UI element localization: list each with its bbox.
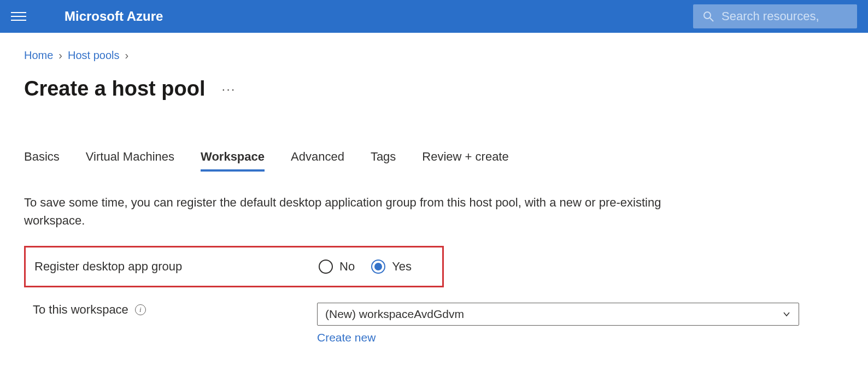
workspace-description: To save some time, you can register the … <box>24 193 669 229</box>
page-title: Create a host pool <box>24 77 206 101</box>
content-area: Home › Host pools › Create a host pool ·… <box>0 33 868 361</box>
tab-advanced[interactable]: Advanced <box>291 150 344 172</box>
register-radio-group: No Yes <box>319 260 412 274</box>
to-workspace-row: To this workspace i (New) workspaceAvdGd… <box>24 303 844 344</box>
radio-circle-selected-icon <box>371 260 385 274</box>
radio-dot-icon <box>374 263 382 270</box>
tab-tags[interactable]: Tags <box>371 150 396 172</box>
tab-virtual-machines[interactable]: Virtual Machines <box>86 150 174 172</box>
tab-workspace[interactable]: Workspace <box>201 150 265 172</box>
breadcrumb: Home › Host pools › <box>24 49 844 62</box>
hamburger-menu-button[interactable] <box>11 9 26 24</box>
page-title-row: Create a host pool ··· <box>24 77 844 101</box>
breadcrumb-home[interactable]: Home <box>24 49 53 62</box>
radio-no[interactable]: No <box>319 260 355 274</box>
workspace-select-value: (New) workspaceAvdGdvm <box>325 308 464 321</box>
radio-yes-label: Yes <box>392 260 412 274</box>
chevron-right-icon: › <box>58 49 62 62</box>
chevron-down-icon <box>782 310 791 319</box>
radio-yes[interactable]: Yes <box>371 260 412 274</box>
register-app-group-row: Register desktop app group No Yes <box>24 246 444 287</box>
brand-label: Microsoft Azure <box>64 9 163 24</box>
search-icon <box>703 11 714 22</box>
tab-basics[interactable]: Basics <box>24 150 60 172</box>
chevron-right-icon: › <box>125 49 129 62</box>
radio-circle-icon <box>319 260 333 274</box>
svg-line-1 <box>710 18 713 21</box>
register-label: Register desktop app group <box>34 260 319 274</box>
breadcrumb-hostpools[interactable]: Host pools <box>68 49 120 62</box>
radio-no-label: No <box>339 260 355 274</box>
info-icon[interactable]: i <box>135 304 146 315</box>
workspace-select[interactable]: (New) workspaceAvdGdvm <box>317 303 799 326</box>
to-workspace-label-text: To this workspace <box>33 303 128 317</box>
svg-point-0 <box>704 12 711 19</box>
more-actions-button[interactable]: ··· <box>222 81 236 97</box>
tab-review-create[interactable]: Review + create <box>422 150 508 172</box>
create-new-link[interactable]: Create new <box>317 331 799 344</box>
search-placeholder: Search resources, <box>722 9 819 23</box>
search-box[interactable]: Search resources, <box>693 4 857 28</box>
top-bar: Microsoft Azure Search resources, <box>0 0 868 33</box>
workspace-field-wrap: (New) workspaceAvdGdvm Create new <box>317 303 799 344</box>
tabs: Basics Virtual Machines Workspace Advanc… <box>24 150 844 172</box>
to-workspace-label: To this workspace i <box>33 303 317 317</box>
